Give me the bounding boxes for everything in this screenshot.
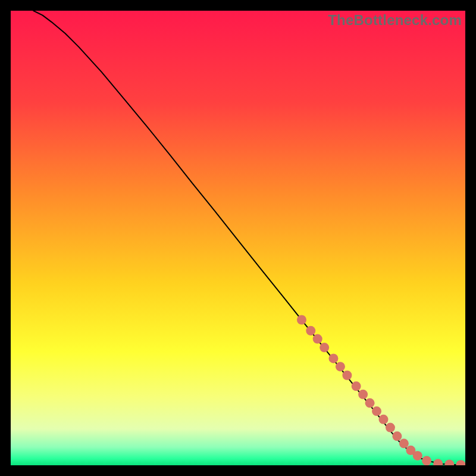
- chart-svg: [11, 11, 465, 465]
- chart-plot-area: TheBottleneck.com: [11, 11, 465, 465]
- highlight-dot: [413, 451, 422, 461]
- highlight-dot: [392, 431, 402, 441]
- highlight-dot: [378, 415, 388, 424]
- highlight-dot: [358, 390, 368, 399]
- highlight-dot: [372, 406, 381, 416]
- highlight-dot: [320, 343, 329, 352]
- gradient-background: [11, 11, 465, 465]
- highlight-dot: [365, 398, 375, 408]
- highlight-dot: [352, 381, 361, 391]
- highlight-dot: [297, 315, 306, 325]
- highlight-dot: [328, 353, 338, 363]
- highlight-dot: [342, 371, 352, 380]
- highlight-dot: [386, 423, 395, 433]
- chart-stage: TheBottleneck.com: [0, 0, 476, 476]
- highlight-dot: [313, 334, 322, 344]
- highlight-dot: [399, 439, 409, 448]
- highlight-dot: [422, 456, 431, 465]
- highlight-dot: [336, 362, 345, 371]
- highlight-dot: [306, 326, 315, 336]
